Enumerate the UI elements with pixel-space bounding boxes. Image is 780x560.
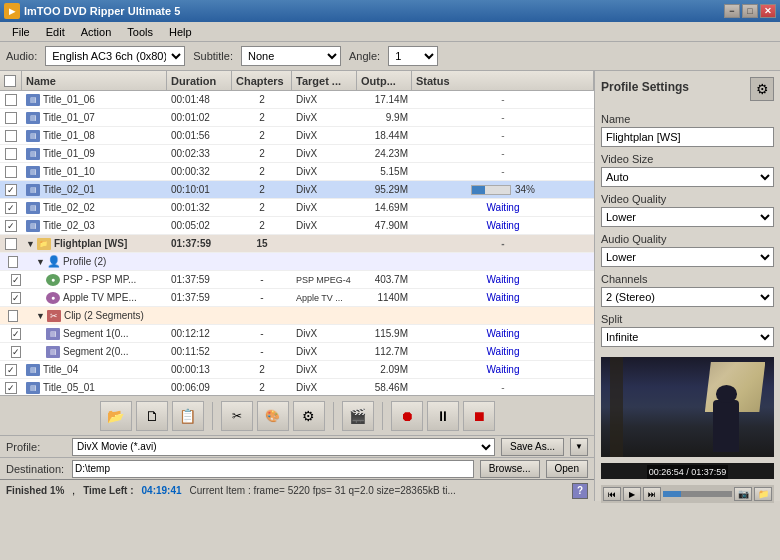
settings-gear-button[interactable]: ⚙ bbox=[750, 77, 774, 101]
table-row-folder[interactable]: ▼📁Flightplan [WS] 01:37:59 15 - bbox=[0, 235, 594, 253]
table-row[interactable]: ▤Title_02_02 00:01:32 2 DivX 14.69M Wait… bbox=[0, 199, 594, 217]
channels-select[interactable]: 2 (Stereo) bbox=[601, 287, 774, 307]
row-checkbox[interactable] bbox=[11, 346, 21, 358]
table-row[interactable]: ●PSP - PSP MP... 01:37:59 - PSP MPEG-4 4… bbox=[0, 271, 594, 289]
stop-button[interactable]: ⏹ bbox=[463, 401, 495, 431]
menu-edit[interactable]: Edit bbox=[38, 24, 73, 40]
help-button[interactable]: ? bbox=[572, 483, 588, 499]
psp-icon: ● bbox=[46, 274, 60, 286]
browse-button[interactable]: Browse... bbox=[480, 460, 540, 478]
menu-help[interactable]: Help bbox=[161, 24, 200, 40]
save-as-button[interactable]: Save As... bbox=[501, 438, 564, 456]
file-icon: ▤ bbox=[26, 364, 40, 376]
row-checkbox[interactable] bbox=[5, 382, 17, 394]
table-row[interactable]: ▤Title_05_01 00:06:09 2 DivX 58.46M - bbox=[0, 379, 594, 395]
audio-select[interactable]: English AC3 6ch (0x80) bbox=[45, 46, 185, 66]
row-checkbox[interactable] bbox=[8, 256, 18, 268]
table-row[interactable]: ▤Segment 1(0... 00:12:12 - DivX 115.9M W… bbox=[0, 325, 594, 343]
next-button[interactable]: ⏭ bbox=[643, 487, 661, 501]
table-row-clip[interactable]: ▼✂Clip (2 Segments) bbox=[0, 307, 594, 325]
row-checkbox[interactable] bbox=[5, 112, 17, 124]
table-row[interactable]: ▤Title_04 00:00:13 2 DivX 2.09M Waiting bbox=[0, 361, 594, 379]
row-checkbox[interactable] bbox=[5, 166, 17, 178]
cut-button[interactable]: ✂ bbox=[221, 401, 253, 431]
th-output[interactable]: Outp... bbox=[357, 71, 412, 90]
table-row[interactable]: ▤Title_02_01 00:10:01 2 DivX 95.29M 34% bbox=[0, 181, 594, 199]
row-checkbox[interactable] bbox=[11, 274, 21, 286]
table-row[interactable]: ▤Title_01_06 00:01:48 2 DivX 17.14M - bbox=[0, 91, 594, 109]
open-dest-button[interactable]: Open bbox=[546, 460, 588, 478]
row-checkbox[interactable] bbox=[5, 364, 17, 376]
video-size-group: Video Size Auto bbox=[601, 153, 774, 187]
split-group: Split Infinite bbox=[601, 313, 774, 347]
info-button[interactable]: 📋 bbox=[172, 401, 204, 431]
name-input[interactable] bbox=[601, 127, 774, 147]
row-checkbox[interactable] bbox=[8, 310, 18, 322]
profile-arrow-button[interactable]: ▼ bbox=[570, 438, 588, 456]
row-checkbox[interactable] bbox=[5, 148, 17, 160]
destination-input[interactable] bbox=[72, 460, 474, 478]
close-button[interactable]: ✕ bbox=[760, 4, 776, 18]
minimize-button[interactable]: − bbox=[724, 4, 740, 18]
menu-file[interactable]: File bbox=[4, 24, 38, 40]
row-checkbox[interactable] bbox=[5, 130, 17, 142]
pause-button[interactable]: ⏸ bbox=[427, 401, 459, 431]
file-icon: ▤ bbox=[26, 382, 40, 394]
select-all-checkbox[interactable] bbox=[4, 75, 16, 87]
th-status[interactable]: Status bbox=[412, 71, 594, 90]
screenshot-button[interactable]: 📷 bbox=[734, 487, 752, 501]
time-label: Time Left : bbox=[83, 485, 133, 496]
video-size-select[interactable]: Auto bbox=[601, 167, 774, 187]
open-button[interactable]: 📂 bbox=[100, 401, 132, 431]
table-row[interactable]: ▤Title_01_07 00:01:02 2 DivX 9.9M - bbox=[0, 109, 594, 127]
video-preview[interactable] bbox=[601, 357, 774, 457]
th-duration[interactable]: Duration bbox=[167, 71, 232, 90]
menu-action[interactable]: Action bbox=[73, 24, 120, 40]
row-checkbox[interactable] bbox=[11, 292, 21, 304]
prev-button[interactable]: ⏮ bbox=[603, 487, 621, 501]
file-icon: ▤ bbox=[26, 94, 40, 106]
row-checkbox[interactable] bbox=[5, 94, 17, 106]
menu-tools[interactable]: Tools bbox=[119, 24, 161, 40]
maximize-button[interactable]: □ bbox=[742, 4, 758, 18]
play-button[interactable]: ▶ bbox=[623, 487, 641, 501]
preview-button[interactable]: 🎬 bbox=[342, 401, 374, 431]
start-button[interactable]: ⏺ bbox=[391, 401, 423, 431]
subtitle-select[interactable]: None bbox=[241, 46, 341, 66]
app-title: ImTOO DVD Ripper Ultimate 5 bbox=[24, 5, 180, 17]
row-checkbox[interactable] bbox=[5, 202, 17, 214]
name-field-group: Name bbox=[601, 113, 774, 147]
table-row-profile[interactable]: ▼👤Profile (2) bbox=[0, 253, 594, 271]
title-bar: ▶ ImTOO DVD Ripper Ultimate 5 − □ ✕ bbox=[0, 0, 780, 22]
profile-bar: Profile: DivX Movie (*.avi) Save As... ▼ bbox=[0, 435, 594, 457]
settings-button[interactable]: ⚙ bbox=[293, 401, 325, 431]
angle-select[interactable]: 1 bbox=[388, 46, 438, 66]
video-slider[interactable] bbox=[663, 491, 732, 497]
th-chapters[interactable]: Chapters bbox=[232, 71, 292, 90]
angle-label: Angle: bbox=[349, 50, 380, 62]
table-row[interactable]: ●Apple TV MPE... 01:37:59 - Apple TV ...… bbox=[0, 289, 594, 307]
audio-quality-select[interactable]: Lower bbox=[601, 247, 774, 267]
th-target[interactable]: Target ... bbox=[292, 71, 357, 90]
new-button[interactable]: 🗋 bbox=[136, 401, 168, 431]
segment-icon: ▤ bbox=[46, 346, 60, 358]
th-name[interactable]: Name bbox=[22, 71, 167, 90]
table-row[interactable]: ▤Title_01_08 00:01:56 2 DivX 18.44M - bbox=[0, 127, 594, 145]
expand-icon[interactable]: ▼ bbox=[26, 239, 35, 249]
profile-select[interactable]: DivX Movie (*.avi) bbox=[72, 438, 495, 456]
row-checkbox[interactable] bbox=[5, 238, 17, 250]
video-quality-select[interactable]: Lower bbox=[601, 207, 774, 227]
expand-icon[interactable]: ▼ bbox=[36, 311, 45, 321]
table-row[interactable]: ▤Segment 2(0... 00:11:52 - DivX 112.7M W… bbox=[0, 343, 594, 361]
expand-icon[interactable]: ▼ bbox=[36, 257, 45, 267]
folder-button[interactable]: 📁 bbox=[754, 487, 772, 501]
split-select[interactable]: Infinite bbox=[601, 327, 774, 347]
color-button[interactable]: 🎨 bbox=[257, 401, 289, 431]
row-checkbox[interactable] bbox=[5, 184, 17, 196]
table-row[interactable]: ▤Title_02_03 00:05:02 2 DivX 47.90M Wait… bbox=[0, 217, 594, 235]
table-row[interactable]: ▤Title_01_09 00:02:33 2 DivX 24.23M - bbox=[0, 145, 594, 163]
row-checkbox[interactable] bbox=[11, 328, 21, 340]
table-row[interactable]: ▤Title_01_10 00:00:32 2 DivX 5.15M - bbox=[0, 163, 594, 181]
row-checkbox[interactable] bbox=[5, 220, 17, 232]
folder-icon: 📁 bbox=[37, 238, 51, 250]
